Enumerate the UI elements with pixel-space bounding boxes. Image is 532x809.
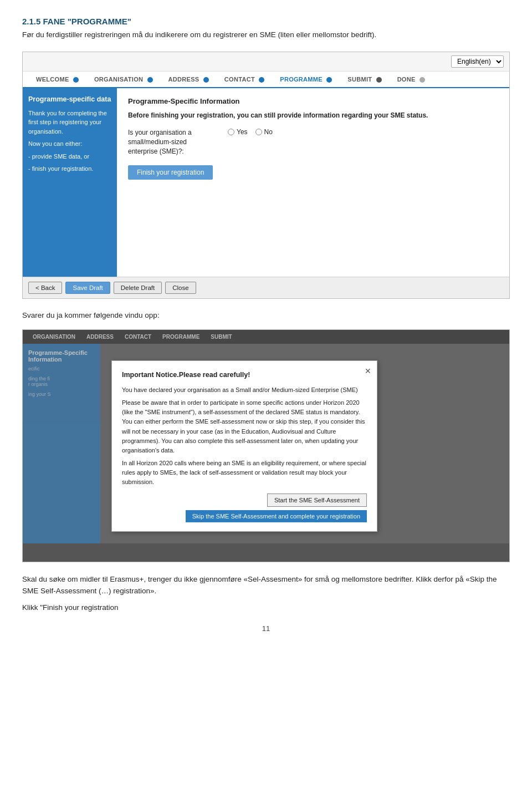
sme-radios: Yes No <box>228 128 273 136</box>
sme-question-row: Is your organisation a small/medium-size… <box>128 128 498 156</box>
radio-yes-label: Yes <box>237 128 248 136</box>
ss2-nav-organisation: ORGANISATION <box>27 330 81 344</box>
back-button[interactable]: < Back <box>28 282 62 294</box>
screenshot-1: English(en) WELCOME ORGANISATION ADDRESS… <box>22 52 510 299</box>
close-button[interactable]: Close <box>165 282 196 294</box>
sidebar-p2: Now you can either: <box>28 139 111 149</box>
nav-dot-organisation <box>147 77 153 83</box>
form-sidebar: Programme-specific data Thank you for co… <box>23 88 117 277</box>
ss2-nav-address: ADDRESS <box>81 330 119 344</box>
section-heading: 2.1.5 FANE "PROGRAMME" <box>22 17 510 26</box>
ss2-sidebar-blurred: Programme-Specific Information ecific di… <box>23 344 100 543</box>
nav-address[interactable]: ADDRESS <box>161 72 217 87</box>
radio-no-circle <box>255 129 262 135</box>
ss2-background: Programme-Specific Information ecific di… <box>23 344 509 543</box>
form-main: Programme-Specific Information Before fi… <box>117 88 509 277</box>
sidebar-p4: - finish your registration. <box>28 164 111 174</box>
ss2-nav-submit: SUBMIT <box>205 330 237 344</box>
nav-organisation[interactable]: ORGANISATION <box>86 72 161 87</box>
sme-question-label: Is your organisation a small/medium-size… <box>128 128 217 156</box>
finish-registration-button[interactable]: Finish your registration <box>128 165 213 180</box>
bottom-p1: Skal du søke om midler til Erasmus+, tre… <box>22 573 510 597</box>
page-number: 11 <box>22 624 510 633</box>
form-info-text: Before finishing your registration, you … <box>128 111 498 120</box>
nav-programme[interactable]: PROGRAMME <box>272 72 340 87</box>
sidebar-heading: Programme-specific data <box>28 95 111 104</box>
modal-p3: In all Horizon 2020 calls where being an… <box>122 459 367 487</box>
modal-p1: You have declared your organisation as a… <box>122 385 367 395</box>
radio-no-label: No <box>264 128 273 136</box>
form-heading: Programme-Specific Information <box>128 97 498 105</box>
modal-close-icon[interactable]: ✕ <box>365 365 371 377</box>
skip-sme-button[interactable]: Skip the SME Self-Assessment and complet… <box>186 510 367 522</box>
nav-done[interactable]: DONE <box>390 72 433 87</box>
screenshot-2: ORGANISATION ADDRESS CONTACT PROGRAMME S… <box>22 329 510 562</box>
nav-dot-submit <box>376 77 382 83</box>
radio-yes[interactable]: Yes <box>228 128 248 136</box>
modal-body: You have declared your organisation as a… <box>122 385 367 486</box>
form-footer: < Back Save Draft Delete Draft Close <box>23 277 509 298</box>
nav-dot-contact <box>259 77 264 83</box>
modal-title: Important Notice.Please read carefully! <box>122 370 367 380</box>
nav-welcome[interactable]: WELCOME <box>28 72 86 87</box>
radio-yes-circle <box>228 129 234 135</box>
delete-draft-button[interactable]: Delete Draft <box>114 282 162 294</box>
modal-footer: Start the SME Self-Assessment Skip the S… <box>122 493 367 522</box>
ss2-nav-programme: PROGRAMME <box>157 330 205 344</box>
intro-text: Før du ferdigstiller registreringen må d… <box>22 29 510 40</box>
sidebar-p3: - provide SME data, or <box>28 152 111 161</box>
progress-nav: WELCOME ORGANISATION ADDRESS CONTACT PRO… <box>23 72 509 88</box>
bottom-text: Skal du søke om midler til Erasmus+, tre… <box>22 573 510 614</box>
nav-dot-address <box>203 77 209 83</box>
ss2-nav: ORGANISATION ADDRESS CONTACT PROGRAMME S… <box>23 330 509 344</box>
save-draft-button[interactable]: Save Draft <box>65 282 110 294</box>
nav-contact[interactable]: CONTACT <box>217 72 272 87</box>
sidebar-p1: Thank you for completing the first step … <box>28 109 111 136</box>
radio-no[interactable]: No <box>255 128 273 136</box>
between-text: Svarer du ja kommer følgende vindu opp: <box>22 310 510 321</box>
bottom-p2: Klikk "Finish your registration <box>22 602 510 614</box>
form-body: Programme-specific data Thank you for co… <box>23 88 509 277</box>
nav-submit[interactable]: SUBMIT <box>340 72 389 87</box>
lang-bar: English(en) <box>23 52 509 72</box>
start-sme-button[interactable]: Start the SME Self-Assessment <box>267 493 367 507</box>
ss2-nav-contact: CONTACT <box>119 330 157 344</box>
nav-dot-done <box>420 77 425 83</box>
modal-p2: Please be aware that in order to partici… <box>122 398 367 455</box>
language-select[interactable]: English(en) <box>451 55 504 68</box>
nav-dot-programme <box>326 77 332 83</box>
modal-dialog: ✕ Important Notice.Please read carefully… <box>111 360 377 532</box>
nav-dot-welcome <box>73 77 79 83</box>
